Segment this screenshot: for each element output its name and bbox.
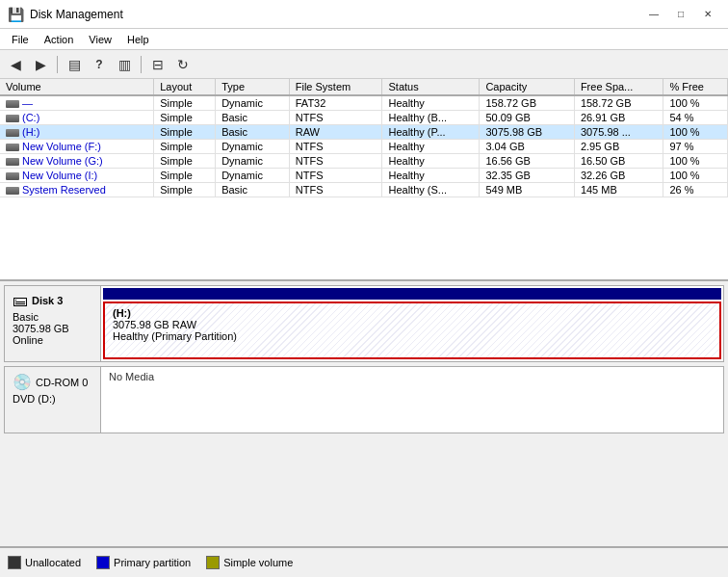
table-cell-volume: New Volume (F:): [0, 140, 154, 154]
table-cell-capacity: 158.72 GB: [480, 95, 574, 111]
disk3-name: Disk 3: [32, 295, 63, 306]
drive-button[interactable]: ⊟: [146, 54, 169, 75]
table-cell-status: Healthy (P...: [382, 125, 480, 140]
col-volume[interactable]: Volume: [0, 79, 154, 95]
table-cell-layout: Simple: [154, 95, 216, 111]
table-cell-layout: Simple: [154, 111, 216, 125]
table-cell-status: Healthy: [382, 169, 480, 183]
cdrom0-content: No Media: [101, 367, 723, 433]
table-cell-volume-text: (H:): [22, 126, 39, 138]
disk3-partition-size: 3075.98 GB RAW: [113, 319, 712, 330]
legend-unallocated-label: Unallocated: [25, 557, 81, 568]
col-filesystem[interactable]: File System: [289, 79, 382, 95]
forward-button[interactable]: ▶: [29, 54, 52, 75]
volume-table: Volume Layout Type File System Status Ca…: [0, 79, 728, 197]
disk3-type: Basic: [13, 311, 92, 323]
col-status[interactable]: Status: [382, 79, 480, 95]
menu-bar: File Action View Help: [0, 29, 728, 50]
app-icon: 💾: [8, 7, 24, 22]
disk3-icon: 🖴: [13, 292, 28, 309]
table-cell-layout: Simple: [154, 125, 216, 140]
main-content: Volume Layout Type File System Status Ca…: [0, 79, 728, 577]
legend-simple-box: [206, 556, 220, 569]
cdrom0-dvd: DVD (D:): [13, 393, 92, 405]
table-cell-capacity: 3.04 GB: [480, 140, 574, 154]
table-cell-pctfree: 26 %: [663, 183, 728, 197]
table-cell-pctfree: 100 %: [663, 95, 728, 111]
col-capacity[interactable]: Capacity: [480, 79, 574, 95]
table-row[interactable]: System ReservedSimpleBasicNTFSHealthy (S…: [0, 183, 728, 197]
disk3-row: 🖴 Disk 3 Basic 3075.98 GB Online (H:) 30…: [4, 285, 724, 362]
col-pctfree[interactable]: % Free: [663, 79, 728, 95]
table-cell-type: Basic: [216, 125, 290, 140]
table-cell-layout: Simple: [154, 154, 216, 169]
col-freespace[interactable]: Free Spa...: [574, 79, 663, 95]
table-cell-volume: —: [0, 95, 154, 111]
table-cell-freespace: 145 MB: [574, 183, 663, 197]
disk-drive-icon: [6, 158, 19, 166]
close-button[interactable]: ✕: [695, 5, 720, 24]
minimize-button[interactable]: —: [641, 5, 666, 24]
table-row[interactable]: New Volume (F:)SimpleDynamicNTFSHealthy3…: [0, 140, 728, 154]
col-type[interactable]: Type: [216, 79, 290, 95]
table-cell-pctfree: 54 %: [663, 111, 728, 125]
menu-action[interactable]: Action: [37, 32, 82, 47]
legend-primary-label: Primary partition: [114, 557, 191, 568]
menu-view[interactable]: View: [81, 32, 119, 47]
back-button[interactable]: ◀: [4, 54, 27, 75]
table-cell-volume: (C:): [0, 111, 154, 125]
table-cell-freespace: 3075.98 ...: [574, 125, 663, 140]
table-cell-type: Basic: [216, 111, 290, 125]
table-cell-freespace: 16.50 GB: [574, 154, 663, 169]
table-cell-type: Dynamic: [216, 95, 290, 111]
maximize-button[interactable]: □: [668, 5, 693, 24]
table-cell-status: Healthy (S...: [382, 183, 480, 197]
table-cell-layout: Simple: [154, 169, 216, 183]
table-row[interactable]: (C:)SimpleBasicNTFSHealthy (B...50.09 GB…: [0, 111, 728, 125]
table-cell-type: Dynamic: [216, 154, 290, 169]
legend-primary-box: [96, 556, 110, 569]
disk-button2[interactable]: ▥: [113, 54, 136, 75]
toolbar-separator-2: [141, 56, 142, 73]
table-cell-volume-text: (C:): [22, 112, 39, 123]
table-cell-volume: System Reserved: [0, 183, 154, 197]
disk-view-button[interactable]: ▤: [63, 54, 86, 75]
help-button[interactable]: ?: [88, 54, 111, 75]
disk3-label: 🖴 Disk 3 Basic 3075.98 GB Online: [5, 286, 101, 361]
table-cell-pctfree: 100 %: [663, 169, 728, 183]
menu-help[interactable]: Help: [119, 32, 157, 47]
disk3-partition-name: (H:): [113, 307, 712, 319]
menu-file[interactable]: File: [4, 32, 37, 47]
table-cell-status: Healthy (B...: [382, 111, 480, 125]
table-cell-fs: NTFS: [289, 169, 382, 183]
disk-drive-icon: [6, 115, 19, 122]
table-row[interactable]: New Volume (I:)SimpleDynamicNTFSHealthy3…: [0, 169, 728, 183]
table-cell-volume: New Volume (G:): [0, 154, 154, 169]
table-row[interactable]: —SimpleDynamicFAT32Healthy158.72 GB158.7…: [0, 95, 728, 111]
table-row[interactable]: (H:)SimpleBasicRAWHealthy (P...3075.98 G…: [0, 125, 728, 140]
disk-drive-icon: [6, 100, 19, 108]
toolbar: ◀ ▶ ▤ ? ▥ ⊟ ↻: [0, 50, 728, 79]
table-cell-pctfree: 100 %: [663, 125, 728, 140]
table-cell-capacity: 3075.98 GB: [480, 125, 574, 140]
legend-unallocated: Unallocated: [8, 556, 81, 569]
table-cell-volume-text: System Reserved: [22, 184, 106, 196]
table-row[interactable]: New Volume (G:)SimpleDynamicNTFSHealthy1…: [0, 154, 728, 169]
disk-drive-icon: [6, 187, 19, 195]
col-layout[interactable]: Layout: [154, 79, 216, 95]
cdrom0-name: CD-ROM 0: [36, 377, 88, 388]
table-cell-fs: RAW: [289, 125, 382, 140]
table-cell-type: Dynamic: [216, 140, 290, 154]
title-bar: 💾 Disk Management — □ ✕: [0, 0, 728, 29]
disk3-partition-main[interactable]: (H:) 3075.98 GB RAW Healthy (Primary Par…: [103, 302, 721, 359]
cdrom0-no-media: No Media: [109, 371, 154, 382]
table-cell-volume-text: —: [22, 97, 33, 109]
table-cell-status: Healthy: [382, 95, 480, 111]
table-cell-capacity: 549 MB: [480, 183, 574, 197]
disk-drive-icon: [6, 172, 19, 180]
table-cell-type: Dynamic: [216, 169, 290, 183]
title-text: Disk Management: [30, 8, 123, 21]
table-cell-layout: Simple: [154, 183, 216, 197]
refresh-button[interactable]: ↻: [171, 54, 195, 75]
table-cell-volume-text: New Volume (I:): [22, 170, 97, 181]
